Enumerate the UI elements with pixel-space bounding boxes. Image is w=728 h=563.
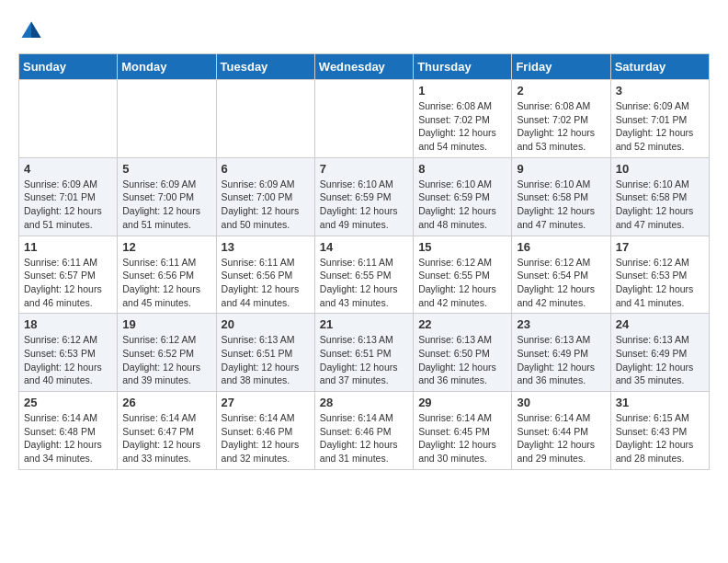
cell-day-number: 31 bbox=[616, 396, 704, 409]
calendar-cell: 5Sunrise: 6:09 AMSunset: 7:00 PMDaylight… bbox=[118, 157, 216, 236]
cell-info-text: Sunrise: 6:15 AMSunset: 6:43 PMDaylight:… bbox=[616, 411, 704, 465]
cell-day-number: 6 bbox=[222, 162, 310, 176]
cell-info-text: Sunrise: 6:13 AMSunset: 6:50 PMDaylight:… bbox=[418, 333, 506, 387]
calendar-header-tuesday: Tuesday bbox=[216, 54, 314, 80]
cell-info-text: Sunrise: 6:12 AMSunset: 6:54 PMDaylight:… bbox=[517, 256, 605, 310]
cell-info-text: Sunrise: 6:13 AMSunset: 6:49 PMDaylight:… bbox=[616, 333, 704, 387]
calendar-cell: 25Sunrise: 6:14 AMSunset: 6:48 PMDayligh… bbox=[19, 392, 118, 470]
cell-info-text: Sunrise: 6:11 AMSunset: 6:56 PMDaylight:… bbox=[222, 256, 310, 310]
cell-info-text: Sunrise: 6:14 AMSunset: 6:45 PMDaylight:… bbox=[418, 411, 506, 465]
calendar-body: 1Sunrise: 6:08 AMSunset: 7:02 PMDaylight… bbox=[19, 80, 710, 470]
header bbox=[18, 18, 710, 44]
cell-info-text: Sunrise: 6:09 AMSunset: 7:00 PMDaylight:… bbox=[222, 178, 310, 232]
calendar-cell: 23Sunrise: 6:13 AMSunset: 6:49 PMDayligh… bbox=[512, 314, 610, 392]
calendar-header-saturday: Saturday bbox=[610, 54, 709, 80]
cell-day-number: 11 bbox=[24, 240, 112, 254]
cell-info-text: Sunrise: 6:12 AMSunset: 6:53 PMDaylight:… bbox=[616, 256, 704, 310]
cell-info-text: Sunrise: 6:14 AMSunset: 6:44 PMDaylight:… bbox=[517, 411, 605, 465]
cell-info-text: Sunrise: 6:10 AMSunset: 6:58 PMDaylight:… bbox=[517, 178, 605, 232]
cell-day-number: 12 bbox=[122, 240, 210, 254]
cell-info-text: Sunrise: 6:10 AMSunset: 6:58 PMDaylight:… bbox=[616, 178, 704, 232]
svg-marker-1 bbox=[31, 22, 41, 39]
cell-day-number: 20 bbox=[222, 317, 310, 331]
calendar-header-monday: Monday bbox=[118, 54, 216, 80]
cell-info-text: Sunrise: 6:13 AMSunset: 6:51 PMDaylight:… bbox=[222, 333, 310, 387]
calendar-cell: 6Sunrise: 6:09 AMSunset: 7:00 PMDaylight… bbox=[216, 157, 314, 236]
calendar-cell bbox=[216, 80, 314, 158]
calendar-cell: 10Sunrise: 6:10 AMSunset: 6:58 PMDayligh… bbox=[610, 157, 709, 236]
calendar-header-friday: Friday bbox=[512, 54, 610, 80]
calendar-table: SundayMondayTuesdayWednesdayThursdayFrid… bbox=[18, 53, 710, 470]
calendar-cell: 15Sunrise: 6:12 AMSunset: 6:55 PMDayligh… bbox=[414, 236, 512, 314]
cell-info-text: Sunrise: 6:13 AMSunset: 6:51 PMDaylight:… bbox=[320, 333, 408, 387]
calendar-cell: 31Sunrise: 6:15 AMSunset: 6:43 PMDayligh… bbox=[610, 392, 709, 470]
cell-info-text: Sunrise: 6:13 AMSunset: 6:49 PMDaylight:… bbox=[517, 333, 605, 387]
calendar-cell: 30Sunrise: 6:14 AMSunset: 6:44 PMDayligh… bbox=[512, 392, 610, 470]
cell-day-number: 28 bbox=[320, 396, 408, 409]
calendar-header-row: SundayMondayTuesdayWednesdayThursdayFrid… bbox=[19, 54, 710, 80]
cell-day-number: 23 bbox=[517, 317, 605, 331]
cell-day-number: 19 bbox=[122, 317, 210, 331]
calendar-cell: 27Sunrise: 6:14 AMSunset: 6:46 PMDayligh… bbox=[216, 392, 314, 470]
calendar-cell: 18Sunrise: 6:12 AMSunset: 6:53 PMDayligh… bbox=[19, 314, 118, 392]
cell-day-number: 25 bbox=[24, 396, 112, 409]
calendar-week-1: 1Sunrise: 6:08 AMSunset: 7:02 PMDaylight… bbox=[19, 80, 710, 158]
calendar-cell: 21Sunrise: 6:13 AMSunset: 6:51 PMDayligh… bbox=[314, 314, 413, 392]
calendar-cell: 4Sunrise: 6:09 AMSunset: 7:01 PMDaylight… bbox=[19, 157, 118, 236]
calendar-cell bbox=[314, 80, 413, 158]
calendar-header-thursday: Thursday bbox=[414, 54, 512, 80]
cell-day-number: 3 bbox=[616, 84, 704, 98]
cell-info-text: Sunrise: 6:14 AMSunset: 6:47 PMDaylight:… bbox=[122, 411, 210, 465]
cell-day-number: 22 bbox=[418, 317, 506, 331]
calendar-cell: 22Sunrise: 6:13 AMSunset: 6:50 PMDayligh… bbox=[414, 314, 512, 392]
cell-day-number: 1 bbox=[418, 84, 506, 98]
calendar-cell: 3Sunrise: 6:09 AMSunset: 7:01 PMDaylight… bbox=[610, 80, 709, 158]
calendar-cell: 11Sunrise: 6:11 AMSunset: 6:57 PMDayligh… bbox=[19, 236, 118, 314]
cell-day-number: 10 bbox=[616, 162, 704, 176]
calendar-cell: 9Sunrise: 6:10 AMSunset: 6:58 PMDaylight… bbox=[512, 157, 610, 236]
calendar-cell: 13Sunrise: 6:11 AMSunset: 6:56 PMDayligh… bbox=[216, 236, 314, 314]
cell-info-text: Sunrise: 6:08 AMSunset: 7:02 PMDaylight:… bbox=[418, 99, 506, 154]
cell-info-text: Sunrise: 6:11 AMSunset: 6:55 PMDaylight:… bbox=[320, 256, 408, 310]
cell-info-text: Sunrise: 6:10 AMSunset: 6:59 PMDaylight:… bbox=[418, 178, 506, 232]
calendar-cell: 17Sunrise: 6:12 AMSunset: 6:53 PMDayligh… bbox=[610, 236, 709, 314]
cell-info-text: Sunrise: 6:08 AMSunset: 7:02 PMDaylight:… bbox=[517, 99, 605, 154]
calendar-cell: 24Sunrise: 6:13 AMSunset: 6:49 PMDayligh… bbox=[610, 314, 709, 392]
cell-day-number: 17 bbox=[616, 240, 704, 254]
cell-day-number: 26 bbox=[122, 396, 210, 409]
cell-info-text: Sunrise: 6:14 AMSunset: 6:46 PMDaylight:… bbox=[222, 411, 310, 465]
cell-day-number: 2 bbox=[517, 84, 605, 98]
cell-info-text: Sunrise: 6:09 AMSunset: 7:01 PMDaylight:… bbox=[24, 178, 112, 232]
cell-info-text: Sunrise: 6:12 AMSunset: 6:55 PMDaylight:… bbox=[418, 256, 506, 310]
logo bbox=[18, 18, 48, 44]
calendar-cell: 7Sunrise: 6:10 AMSunset: 6:59 PMDaylight… bbox=[314, 157, 413, 236]
cell-info-text: Sunrise: 6:11 AMSunset: 6:57 PMDaylight:… bbox=[24, 256, 112, 310]
calendar-cell bbox=[19, 80, 118, 158]
cell-info-text: Sunrise: 6:12 AMSunset: 6:53 PMDaylight:… bbox=[24, 333, 112, 387]
calendar-cell: 29Sunrise: 6:14 AMSunset: 6:45 PMDayligh… bbox=[414, 392, 512, 470]
cell-day-number: 15 bbox=[418, 240, 506, 254]
calendar-cell: 1Sunrise: 6:08 AMSunset: 7:02 PMDaylight… bbox=[414, 80, 512, 158]
calendar-week-2: 4Sunrise: 6:09 AMSunset: 7:01 PMDaylight… bbox=[19, 157, 710, 236]
cell-day-number: 24 bbox=[616, 317, 704, 331]
calendar-cell: 8Sunrise: 6:10 AMSunset: 6:59 PMDaylight… bbox=[414, 157, 512, 236]
calendar-cell bbox=[118, 80, 216, 158]
calendar-cell: 26Sunrise: 6:14 AMSunset: 6:47 PMDayligh… bbox=[118, 392, 216, 470]
calendar-week-3: 11Sunrise: 6:11 AMSunset: 6:57 PMDayligh… bbox=[19, 236, 710, 314]
calendar-header-sunday: Sunday bbox=[19, 54, 118, 80]
calendar-cell: 14Sunrise: 6:11 AMSunset: 6:55 PMDayligh… bbox=[314, 236, 413, 314]
logo-icon bbox=[18, 18, 44, 44]
cell-day-number: 18 bbox=[24, 317, 112, 331]
calendar-header-wednesday: Wednesday bbox=[314, 54, 413, 80]
cell-info-text: Sunrise: 6:09 AMSunset: 7:01 PMDaylight:… bbox=[616, 99, 704, 154]
calendar-cell: 2Sunrise: 6:08 AMSunset: 7:02 PMDaylight… bbox=[512, 80, 610, 158]
cell-info-text: Sunrise: 6:12 AMSunset: 6:52 PMDaylight:… bbox=[122, 333, 210, 387]
cell-day-number: 30 bbox=[517, 396, 605, 409]
cell-day-number: 7 bbox=[320, 162, 408, 176]
calendar-cell: 20Sunrise: 6:13 AMSunset: 6:51 PMDayligh… bbox=[216, 314, 314, 392]
cell-day-number: 5 bbox=[122, 162, 210, 176]
cell-day-number: 16 bbox=[517, 240, 605, 254]
calendar-week-5: 25Sunrise: 6:14 AMSunset: 6:48 PMDayligh… bbox=[19, 392, 710, 470]
cell-info-text: Sunrise: 6:14 AMSunset: 6:46 PMDaylight:… bbox=[320, 411, 408, 465]
cell-day-number: 14 bbox=[320, 240, 408, 254]
